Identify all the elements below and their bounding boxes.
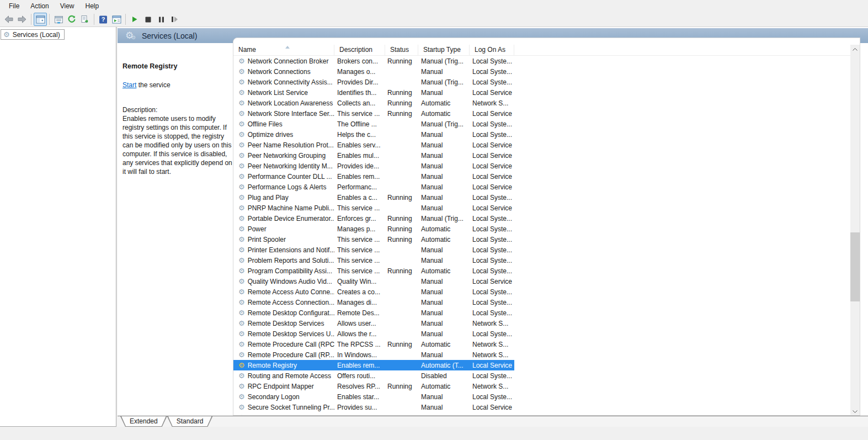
service-row[interactable]: ⚙Routing and Remote Access Offers routi.… <box>233 370 851 381</box>
cell-startup-type: Manual <box>418 141 470 149</box>
column-header-status[interactable]: Status <box>385 45 418 56</box>
service-row[interactable]: ⚙Power Manages p... Running Automatic Lo… <box>233 224 851 234</box>
service-gear-icon: ⚙ <box>238 267 245 274</box>
scroll-up-button[interactable] <box>850 45 860 54</box>
service-gear-icon: ⚙ <box>238 299 245 306</box>
menu-view[interactable]: View <box>55 0 80 12</box>
menu-help[interactable]: Help <box>80 0 105 12</box>
service-row[interactable]: ⚙Network List Service Identifies th... R… <box>233 87 851 98</box>
service-row[interactable]: ⚙Remote Registry Enables rem... Automati… <box>233 360 851 370</box>
start-service-link[interactable]: Start <box>123 81 136 89</box>
pause-service-button[interactable] <box>155 13 168 26</box>
service-row[interactable]: ⚙Network Connection Broker Brokers con..… <box>233 56 851 66</box>
service-row[interactable]: ⚙Print Spooler This service ... Running … <box>233 234 851 245</box>
extended-view-icon <box>112 15 121 24</box>
refresh-icon <box>67 15 76 24</box>
cell-description: Enables rem... <box>334 173 385 181</box>
service-row[interactable]: ⚙Offline Files The Offline ... Manual (T… <box>233 119 851 129</box>
services-pane: ⚙⚙ Services (Local) Remote Registry Star… <box>118 27 868 416</box>
menu-action[interactable]: Action <box>25 0 54 12</box>
cell-startup-type: Manual <box>418 152 470 160</box>
service-gear-icon: ⚙ <box>238 89 245 96</box>
tree-item-services-local[interactable]: ⚙ Services (Local) <box>1 29 65 40</box>
tab-extended-label: Extended <box>130 417 158 425</box>
cell-description: Manages di... <box>334 299 385 306</box>
service-gear-icon: ⚙ <box>238 341 245 348</box>
cell-log-on-as: Network S... <box>470 99 514 107</box>
service-row[interactable]: ⚙Network Connectivity Assis... Provides … <box>233 77 851 87</box>
service-row[interactable]: ⚙Performance Logs & Alerts Performanc...… <box>233 182 851 192</box>
extended-view-button[interactable] <box>110 13 123 26</box>
refresh-button[interactable] <box>65 13 78 26</box>
restart-service-button[interactable] <box>168 13 181 26</box>
help-button[interactable]: ? <box>97 13 110 26</box>
scroll-down-button[interactable] <box>850 407 860 416</box>
column-header-name[interactable]: Name <box>233 45 334 56</box>
cell-startup-type: Automatic <box>418 225 470 233</box>
cell-description: Provides Dir... <box>334 78 385 86</box>
service-gear-icon: ⚙ <box>238 215 245 222</box>
cell-log-on-as: Local Syste... <box>470 288 514 296</box>
service-row[interactable]: ⚙Peer Networking Grouping Enables mul...… <box>233 150 851 161</box>
cell-startup-type: Manual <box>418 309 470 317</box>
service-row[interactable]: ⚙Remote Desktop Configurat... Remote Des… <box>233 308 851 318</box>
service-row[interactable]: ⚙Remote Access Connection... Manages di.… <box>233 297 851 308</box>
start-service-button[interactable] <box>128 13 141 26</box>
service-row[interactable]: ⚙ <box>233 412 851 416</box>
cell-description: Identifies th... <box>334 89 385 97</box>
service-row[interactable]: ⚙RPC Endpoint Mapper Resolves RP... Runn… <box>233 381 851 391</box>
service-row[interactable]: ⚙Secondary Logon Enables star... Manual … <box>233 391 851 402</box>
scrollbar-thumb[interactable] <box>850 232 860 301</box>
description-text: Enables remote users to modify registry … <box>123 114 233 176</box>
export-list-button[interactable] <box>78 13 92 26</box>
service-row[interactable]: ⚙Secure Socket Tunneling Pr... Provides … <box>233 402 851 412</box>
column-header-log-on-as[interactable]: Log On As <box>470 45 514 56</box>
toolbar-separator <box>49 14 50 25</box>
service-row[interactable]: ⚙Problem Reports and Soluti... This serv… <box>233 255 851 266</box>
service-row[interactable]: ⚙Plug and Play Enables a c... Running Ma… <box>233 192 851 203</box>
service-row[interactable]: ⚙Quality Windows Audio Vid... Quality Wi… <box>233 276 851 287</box>
service-row[interactable]: ⚙Peer Networking Identity M... Provides … <box>233 161 851 171</box>
services-table-header: Name Description Status Startup Type Log… <box>233 45 851 56</box>
service-gear-icon: ⚙ <box>238 372 245 379</box>
cell-status: Running <box>385 215 418 222</box>
service-gear-icon: ⚙ <box>238 68 245 75</box>
service-row[interactable]: ⚙Remote Procedure Call (RP... In Windows… <box>233 349 851 360</box>
description-label: Description: <box>123 106 157 114</box>
menu-file[interactable]: File <box>3 0 25 12</box>
cell-startup-type: Manual <box>418 183 470 191</box>
forward-button[interactable] <box>15 13 29 26</box>
stop-service-button[interactable] <box>141 13 155 26</box>
column-header-startup-type[interactable]: Startup Type <box>418 45 470 56</box>
vertical-scrollbar[interactable] <box>850 45 860 416</box>
service-row[interactable]: ⚙Peer Name Resolution Prot... Enables se… <box>233 140 851 150</box>
service-row[interactable]: ⚙Printer Extensions and Notif... This se… <box>233 245 851 255</box>
cell-log-on-as: Local Syste... <box>470 246 514 254</box>
service-row[interactable]: ⚙Performance Counter DLL ... Enables rem… <box>233 171 851 182</box>
service-row[interactable]: ⚙Portable Device Enumerator... Enforces … <box>233 213 851 224</box>
cell-startup-type: Manual <box>418 320 470 327</box>
properties-button[interactable] <box>52 13 65 26</box>
service-row[interactable]: ⚙Remote Access Auto Conne... Creates a c… <box>233 287 851 297</box>
service-row[interactable]: ⚙Optimize drives Helps the c... Manual L… <box>233 129 851 140</box>
service-row[interactable]: ⚙Remote Desktop Services U... Allows the… <box>233 328 851 339</box>
service-gear-icon: ⚙ <box>238 183 245 190</box>
service-row[interactable]: ⚙Remote Procedure Call (RPC) The RPCSS .… <box>233 339 851 349</box>
service-row[interactable]: ⚙Remote Desktop Services Allows user... … <box>233 318 851 328</box>
cell-startup-type: Automatic <box>418 110 470 118</box>
tab-standard[interactable]: Standard <box>167 416 213 427</box>
service-row[interactable]: ⚙Network Store Interface Ser... This ser… <box>233 108 851 119</box>
pause-icon <box>158 17 164 23</box>
back-button[interactable] <box>2 13 15 26</box>
service-gear-icon: ⚙ <box>238 131 245 138</box>
service-row[interactable]: ⚙PNRP Machine Name Publi... This service… <box>233 203 851 213</box>
column-header-description[interactable]: Description <box>334 45 385 56</box>
service-gear-icon: ⚙ <box>238 393 245 400</box>
service-row[interactable]: ⚙Program Compatibility Assi... This serv… <box>233 266 851 276</box>
tab-standard-label: Standard <box>177 417 204 425</box>
service-row[interactable]: ⚙Network Connections Manages o... Manual… <box>233 66 851 77</box>
service-row[interactable]: ⚙Network Location Awareness Collects an.… <box>233 98 851 108</box>
cell-description: The Offline ... <box>334 120 385 128</box>
tab-extended[interactable]: Extended <box>120 416 167 427</box>
show-console-tree-button[interactable] <box>34 13 47 26</box>
